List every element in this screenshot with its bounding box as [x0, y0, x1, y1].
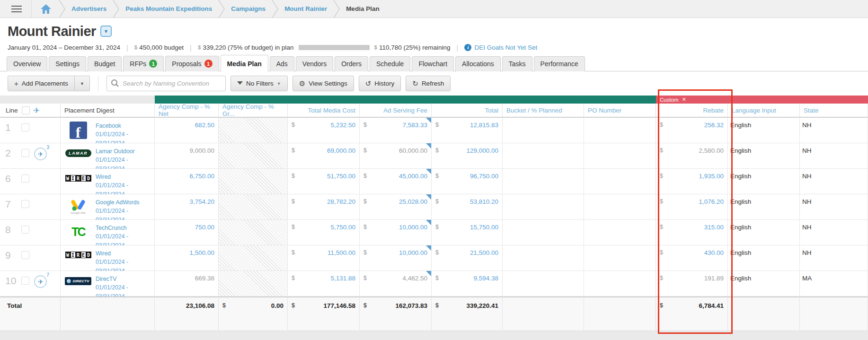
tab-vendors[interactable]: Vendors: [296, 56, 333, 71]
cell-po-number[interactable]: [584, 271, 656, 296]
breadcrumb-advertiser-name[interactable]: Peaks Mountain Expeditions: [120, 0, 218, 17]
cell-language-input[interactable]: English: [728, 118, 800, 143]
cell-po-number[interactable]: [584, 118, 656, 143]
cell-ad-serving-fee[interactable]: $10,000.00: [360, 245, 432, 271]
row-checkbox[interactable]: [21, 226, 29, 234]
cell-total[interactable]: $15,750.00: [432, 220, 503, 245]
cell-agency-comp-net[interactable]: 669.38: [155, 271, 219, 296]
cell-language-input[interactable]: English: [728, 245, 800, 271]
row-checkbox[interactable]: [21, 200, 29, 208]
tab-media-plan[interactable]: Media Plan: [221, 55, 268, 71]
placement-link[interactable]: Wired: [96, 250, 111, 257]
cell-agency-comp-net[interactable]: 682.50: [155, 118, 219, 143]
cell-state[interactable]: NH: [800, 169, 868, 194]
tab-orders[interactable]: Orders: [335, 56, 368, 71]
cell-state[interactable]: NH: [800, 245, 868, 271]
cell-rebate[interactable]: $315.00: [656, 220, 728, 245]
cell-rebate[interactable]: $2,580.00: [656, 143, 728, 169]
placement-link[interactable]: DirecTV: [96, 276, 116, 282]
cell-language-input[interactable]: English: [728, 194, 800, 220]
cell-language-input[interactable]: English: [728, 220, 800, 245]
cell-agency-comp-net[interactable]: 9,000.00: [155, 143, 219, 169]
cell-ad-serving-fee[interactable]: $60,000.00: [360, 143, 432, 169]
remove-custom-group-icon[interactable]: ✕: [682, 96, 686, 103]
tab-overview[interactable]: Overview: [7, 56, 47, 71]
refresh-button[interactable]: ↻Refresh: [406, 76, 451, 91]
cell-total-media-cost[interactable]: $5,131.88: [288, 271, 360, 296]
column-header-rebate[interactable]: Rebate: [656, 104, 728, 118]
tab-rfps[interactable]: RFPs1: [123, 56, 164, 71]
cell-bucket-planned[interactable]: [503, 220, 584, 245]
tab-settings[interactable]: Settings: [49, 56, 86, 71]
add-placements-dropdown-button[interactable]: ▼: [75, 76, 90, 91]
cell-total-media-cost[interactable]: $5,750.00: [288, 220, 360, 245]
cell-total-media-cost[interactable]: $5,232.50: [288, 118, 360, 143]
row-checkbox[interactable]: [21, 277, 29, 285]
filters-button[interactable]: No Filters▼: [230, 76, 288, 91]
cell-bucket-planned[interactable]: [503, 169, 584, 194]
tab-flowchart[interactable]: Flowchart: [412, 56, 454, 71]
placement-link[interactable]: Wired: [96, 174, 111, 180]
cell-total-media-cost[interactable]: $51,750.00: [288, 169, 360, 194]
placement-link[interactable]: Facebook: [96, 122, 121, 129]
cell-state[interactable]: NH: [800, 194, 868, 220]
cell-ad-serving-fee[interactable]: $45,000.00: [360, 169, 432, 194]
cell-agency-comp-net[interactable]: 750.00: [155, 220, 219, 245]
cell-total[interactable]: $12,815.83: [432, 118, 503, 143]
column-header-bucket-planned[interactable]: Bucket / % Planned: [503, 104, 584, 118]
tab-proposals[interactable]: Proposals1: [165, 56, 219, 71]
search-input[interactable]: [106, 76, 226, 91]
cell-po-number[interactable]: [584, 194, 656, 220]
cell-total[interactable]: $9,594.38: [432, 271, 503, 296]
cell-bucket-planned[interactable]: [503, 245, 584, 271]
cell-total-media-cost[interactable]: $69,000.00: [288, 143, 360, 169]
cell-rebate[interactable]: $191.89: [656, 271, 728, 296]
cell-po-number[interactable]: [584, 143, 656, 169]
dei-goals-link[interactable]: i DEI Goals Not Yet Set: [464, 44, 537, 51]
cell-bucket-planned[interactable]: [503, 194, 584, 220]
cell-agency-comp-net[interactable]: 1,500.00: [155, 245, 219, 271]
tab-schedule[interactable]: Schedule: [370, 56, 410, 71]
breadcrumb-advertisers[interactable]: Advertisers: [66, 0, 112, 17]
cell-total[interactable]: $53,810.20: [432, 194, 503, 220]
column-header-total[interactable]: Total: [432, 104, 503, 118]
cell-total[interactable]: $129,000.00: [432, 143, 503, 169]
cell-language-input[interactable]: English: [728, 169, 800, 194]
cell-rebate[interactable]: $1,935.00: [656, 169, 728, 194]
row-checkbox[interactable]: [21, 149, 29, 157]
view-settings-button[interactable]: ⚙View Settings: [292, 76, 354, 91]
campaign-dropdown-icon[interactable]: ▼: [100, 26, 112, 37]
history-button[interactable]: ↺History: [359, 76, 401, 91]
cell-rebate[interactable]: $256.32: [656, 118, 728, 143]
cell-ad-serving-fee[interactable]: $10,000.00: [360, 220, 432, 245]
home-icon[interactable]: [32, 0, 58, 17]
column-header-state[interactable]: State: [800, 104, 868, 118]
cell-state[interactable]: MA: [800, 271, 868, 296]
column-header-agency-comp-gross[interactable]: Agency Comp - % Gr...: [219, 104, 288, 118]
cell-po-number[interactable]: [584, 169, 656, 194]
cell-total[interactable]: $96,750.00: [432, 169, 503, 194]
breadcrumb-campaign-name[interactable]: Mount Rainier: [279, 0, 333, 17]
cell-ad-serving-fee[interactable]: $4,462.50: [360, 271, 432, 296]
ordered-plane-icon[interactable]: ✈7: [34, 275, 47, 296]
row-checkbox[interactable]: [21, 251, 29, 259]
column-header-agency-comp-net[interactable]: Agency Comp - % Net: [155, 104, 219, 118]
cell-po-number[interactable]: [584, 220, 656, 245]
tab-ads[interactable]: Ads: [270, 56, 294, 71]
placement-link[interactable]: Lamar Outdoor: [96, 148, 135, 155]
plane-icon[interactable]: ✈: [34, 106, 40, 115]
column-header-placement-digest[interactable]: Placement Digest: [61, 104, 155, 118]
cell-rebate[interactable]: $430.00: [656, 245, 728, 271]
cell-bucket-planned[interactable]: [503, 118, 584, 143]
cell-total-media-cost[interactable]: $28,782.20: [288, 194, 360, 220]
cell-language-input[interactable]: English: [728, 143, 800, 169]
column-header-language-input[interactable]: Language Input: [728, 104, 800, 118]
hamburger-menu-icon[interactable]: [0, 0, 31, 17]
cell-rebate[interactable]: $1,076.20: [656, 194, 728, 220]
cell-bucket-planned[interactable]: [503, 143, 584, 169]
ordered-plane-icon[interactable]: ✈3: [34, 148, 47, 168]
placement-link[interactable]: TechCrunch: [96, 225, 127, 231]
cell-agency-comp-net[interactable]: 3,754.20: [155, 194, 219, 220]
tab-tasks[interactable]: Tasks: [502, 56, 532, 71]
cell-language-input[interactable]: English: [728, 271, 800, 296]
